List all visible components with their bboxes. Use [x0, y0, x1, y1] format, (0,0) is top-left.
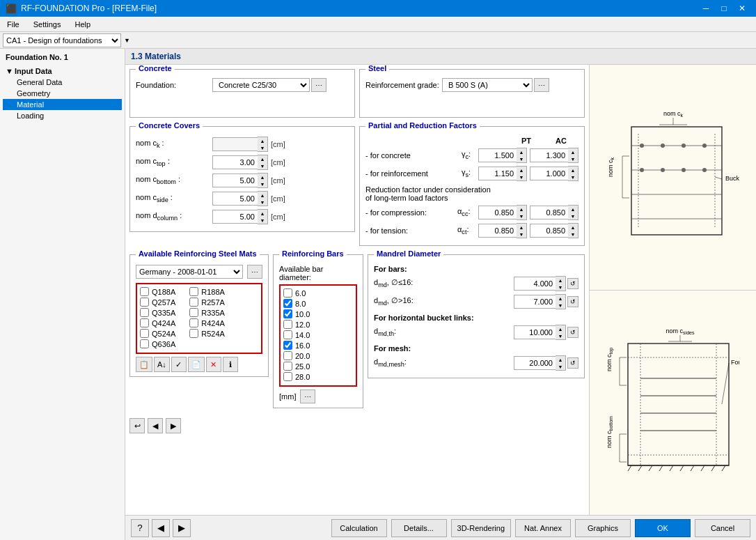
mats-copy-btn[interactable]: 📄: [188, 357, 205, 372]
ok-button[interactable]: OK: [635, 519, 691, 537]
close-button[interactable]: ✕: [734, 0, 750, 17]
concrete-pt-input[interactable]: [478, 148, 517, 162]
concrete-select[interactable]: Concrete C25/30: [212, 78, 310, 92]
help-icon-btn[interactable]: ?: [131, 519, 149, 537]
dmd-mesh-reset[interactable]: ↺: [567, 357, 578, 369]
dmd-gt16-down[interactable]: ▼: [556, 302, 565, 309]
bar-16-cb[interactable]: [283, 341, 292, 350]
mats-check-btn[interactable]: ✓: [171, 357, 187, 372]
nav-next-btn[interactable]: ▶: [166, 418, 181, 433]
nom-ctop-input[interactable]: [212, 155, 258, 169]
mats-new-btn[interactable]: 📋: [136, 357, 152, 372]
graphics-button[interactable]: Graphics: [575, 519, 631, 537]
bar-10-cb[interactable]: [283, 309, 292, 318]
nom-ctop-down[interactable]: ▼: [258, 162, 267, 169]
reinf-ac-down[interactable]: ▼: [568, 173, 578, 180]
product-range-browse[interactable]: ⋯: [247, 265, 262, 279]
dmd-mesh-down[interactable]: ▼: [556, 363, 565, 370]
mat-R257A-cb[interactable]: [189, 298, 198, 307]
bar-25-cb[interactable]: [283, 362, 292, 371]
compression-ac-down[interactable]: ▼: [568, 213, 578, 219]
dmd-le16-down[interactable]: ▼: [556, 284, 565, 291]
menu-help[interactable]: Help: [70, 19, 95, 30]
concrete-ac-down[interactable]: ▼: [568, 155, 578, 162]
compression-ac-input[interactable]: [530, 206, 568, 219]
nav-prev-btn[interactable]: ◀: [148, 418, 163, 433]
nom-dcolumn-up[interactable]: ▲: [258, 210, 267, 217]
dmd-th-up[interactable]: ▲: [556, 325, 565, 332]
nom-ck-down[interactable]: ▼: [258, 144, 267, 151]
dmd-th-reset[interactable]: ↺: [567, 327, 578, 338]
dmd-th-input[interactable]: [514, 325, 556, 339]
compression-pt-input[interactable]: [478, 206, 517, 219]
bars-browse-btn[interactable]: ⋯: [300, 389, 315, 403]
rendering-button[interactable]: 3D-Rendering: [451, 519, 511, 537]
dmd-le16-up[interactable]: ▲: [556, 277, 565, 284]
nom-cbottom-down[interactable]: ▼: [258, 180, 267, 187]
tension-ac-input[interactable]: [530, 224, 568, 238]
mat-Q257A-cb[interactable]: [140, 298, 149, 307]
bar-20-cb[interactable]: [283, 351, 292, 360]
nav-back-btn[interactable]: ↩: [129, 418, 145, 433]
bar-28-cb[interactable]: [283, 372, 292, 381]
tension-ac-down[interactable]: ▼: [568, 231, 578, 238]
product-range-select[interactable]: Germany - 2008-01-01: [136, 265, 243, 279]
dmd-le16-input[interactable]: [514, 277, 556, 291]
concrete-pt-up[interactable]: ▲: [517, 148, 526, 155]
nat-annex-button[interactable]: Nat. Annex: [515, 519, 571, 537]
mats-delete-btn[interactable]: ✕: [206, 357, 221, 372]
menu-settings[interactable]: Settings: [29, 19, 65, 30]
cancel-button[interactable]: Cancel: [695, 519, 750, 537]
dmd-mesh-up[interactable]: ▲: [556, 356, 565, 363]
mat-R524A-cb[interactable]: [189, 329, 198, 338]
reinf-ac-input[interactable]: [530, 167, 568, 180]
compression-pt-up[interactable]: ▲: [517, 206, 526, 213]
details-button[interactable]: Details...: [391, 519, 447, 537]
concrete-ac-input[interactable]: [530, 148, 568, 162]
tension-ac-up[interactable]: ▲: [568, 224, 578, 231]
minimize-button[interactable]: ─: [698, 0, 714, 17]
maximize-button[interactable]: □: [716, 0, 732, 17]
nom-dcolumn-input[interactable]: [212, 210, 258, 224]
mat-R335A-cb[interactable]: [189, 308, 198, 317]
sidebar-item-geometry[interactable]: Geometry: [3, 88, 122, 99]
bar-12-cb[interactable]: [283, 320, 292, 329]
tension-pt-up[interactable]: ▲: [517, 224, 526, 231]
bar-6-cb[interactable]: [283, 288, 292, 298]
dmd-gt16-up[interactable]: ▲: [556, 295, 565, 302]
nom-cside-input[interactable]: [212, 192, 258, 206]
dmd-gt16-reset[interactable]: ↺: [567, 296, 578, 307]
bar-14-cb[interactable]: [283, 330, 292, 339]
dmd-th-down[interactable]: ▼: [556, 332, 565, 339]
concrete-ac-up[interactable]: ▲: [568, 148, 578, 155]
compression-ac-up[interactable]: ▲: [568, 206, 578, 213]
steel-browse-button[interactable]: ⋯: [534, 78, 549, 92]
mat-R188A-cb[interactable]: [189, 287, 198, 296]
reinf-pt-up[interactable]: ▲: [517, 167, 526, 173]
nom-dcolumn-down[interactable]: ▼: [258, 217, 267, 224]
nom-cside-down[interactable]: ▼: [258, 199, 267, 206]
mats-info-btn[interactable]: ℹ: [223, 357, 238, 372]
mat-Q636A-cb[interactable]: [140, 339, 149, 348]
menu-file[interactable]: File: [3, 19, 24, 30]
mat-R424A-cb[interactable]: [189, 318, 198, 327]
reinf-ac-up[interactable]: ▲: [568, 167, 578, 173]
nom-cside-up[interactable]: ▲: [258, 192, 267, 199]
sidebar-item-material[interactable]: Material: [3, 99, 122, 110]
nom-cbottom-input[interactable]: [212, 173, 258, 187]
nom-ck-up[interactable]: ▲: [258, 137, 267, 144]
design-selector[interactable]: CA1 - Design of foundations: [3, 33, 121, 47]
dmd-gt16-input[interactable]: [514, 295, 556, 309]
reinf-pt-input[interactable]: [478, 167, 517, 180]
nav-icon-btn2[interactable]: ▶: [173, 519, 191, 537]
nav-icon-btn1[interactable]: ◀: [152, 519, 170, 537]
mat-Q524A-cb[interactable]: [140, 329, 149, 338]
mat-Q424A-cb[interactable]: [140, 318, 149, 327]
tension-pt-down[interactable]: ▼: [517, 231, 526, 238]
concrete-pt-down[interactable]: ▼: [517, 155, 526, 162]
mat-Q188A-cb[interactable]: [140, 287, 149, 296]
sidebar-item-loading[interactable]: Loading: [3, 110, 122, 121]
sidebar-item-input-data[interactable]: ▼Input Data: [3, 65, 122, 77]
concrete-browse-button[interactable]: ⋯: [311, 78, 326, 92]
nom-ck-input[interactable]: [212, 137, 258, 151]
